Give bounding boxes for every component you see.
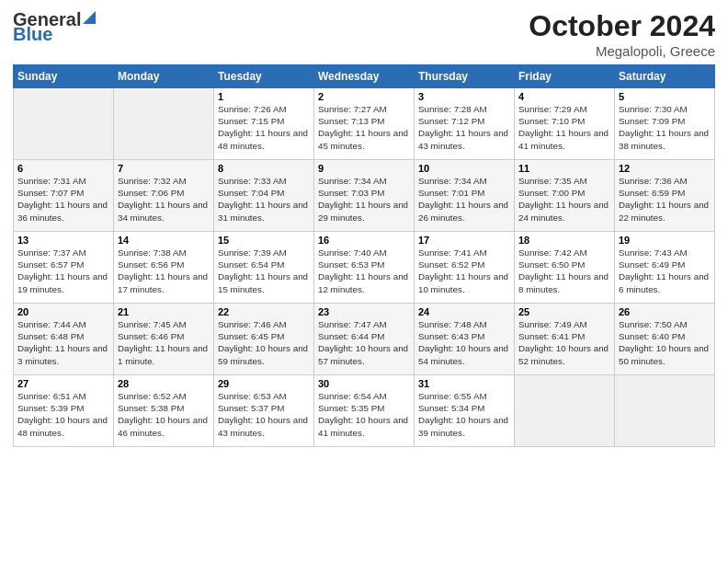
day-number: 1 — [218, 91, 310, 102]
day-number: 22 — [218, 306, 310, 317]
calendar-cell: 23Sunrise: 7:47 AM Sunset: 6:44 PM Dayli… — [314, 304, 415, 375]
calendar-cell: 12Sunrise: 7:36 AM Sunset: 6:59 PM Dayli… — [615, 160, 715, 232]
calendar-cell: 22Sunrise: 7:46 AM Sunset: 6:45 PM Dayli… — [214, 304, 314, 375]
calendar-cell: 2Sunrise: 7:27 AM Sunset: 7:13 PM Daylig… — [314, 88, 415, 160]
header-sunday: Sunday — [14, 65, 114, 88]
calendar-cell: 31Sunrise: 6:55 AM Sunset: 5:34 PM Dayli… — [415, 375, 515, 447]
day-info: Sunrise: 7:28 AM Sunset: 7:12 PM Dayligh… — [418, 103, 510, 152]
calendar-week-row: 1Sunrise: 7:26 AM Sunset: 7:15 PM Daylig… — [14, 88, 715, 160]
day-info: Sunrise: 7:30 AM Sunset: 7:09 PM Dayligh… — [619, 103, 711, 152]
day-number: 27 — [17, 378, 109, 389]
calendar-cell: 14Sunrise: 7:38 AM Sunset: 6:56 PM Dayli… — [114, 232, 214, 304]
day-info: Sunrise: 6:55 AM Sunset: 5:34 PM Dayligh… — [418, 390, 510, 439]
day-number: 30 — [318, 378, 410, 389]
calendar-week-row: 20Sunrise: 7:44 AM Sunset: 6:48 PM Dayli… — [14, 304, 715, 375]
calendar-cell — [14, 88, 114, 160]
day-info: Sunrise: 7:34 AM Sunset: 7:01 PM Dayligh… — [418, 175, 510, 224]
header-thursday: Thursday — [415, 65, 515, 88]
day-number: 29 — [218, 378, 310, 389]
day-number: 2 — [318, 91, 410, 102]
calendar-cell — [114, 88, 214, 160]
calendar-cell: 7Sunrise: 7:32 AM Sunset: 7:06 PM Daylig… — [114, 160, 214, 232]
day-info: Sunrise: 7:42 AM Sunset: 6:50 PM Dayligh… — [518, 247, 610, 295]
day-info: Sunrise: 7:38 AM Sunset: 6:56 PM Dayligh… — [118, 247, 210, 295]
day-info: Sunrise: 7:43 AM Sunset: 6:49 PM Dayligh… — [619, 247, 711, 295]
day-number: 26 — [619, 306, 711, 317]
day-number: 25 — [518, 306, 610, 317]
calendar-cell: 29Sunrise: 6:53 AM Sunset: 5:37 PM Dayli… — [214, 375, 314, 447]
day-number: 31 — [418, 378, 510, 389]
calendar-cell: 18Sunrise: 7:42 AM Sunset: 6:50 PM Dayli… — [515, 232, 615, 304]
header-friday: Friday — [515, 65, 615, 88]
day-number: 5 — [619, 91, 711, 102]
svg-marker-0 — [83, 11, 96, 24]
day-info: Sunrise: 7:35 AM Sunset: 7:00 PM Dayligh… — [518, 175, 610, 224]
header-wednesday: Wednesday — [314, 65, 415, 88]
day-number: 19 — [619, 235, 711, 246]
weekday-header-row: Sunday Monday Tuesday Wednesday Thursday… — [14, 65, 715, 88]
calendar-cell: 13Sunrise: 7:37 AM Sunset: 6:57 PM Dayli… — [14, 232, 114, 304]
day-number: 20 — [17, 306, 109, 317]
calendar-cell: 8Sunrise: 7:33 AM Sunset: 7:04 PM Daylig… — [214, 160, 314, 232]
day-number: 9 — [318, 163, 410, 174]
calendar-cell — [515, 375, 615, 447]
calendar-cell: 16Sunrise: 7:40 AM Sunset: 6:53 PM Dayli… — [314, 232, 415, 304]
calendar-cell: 3Sunrise: 7:28 AM Sunset: 7:12 PM Daylig… — [415, 88, 515, 160]
day-info: Sunrise: 7:32 AM Sunset: 7:06 PM Dayligh… — [118, 175, 210, 224]
logo-arrow — [83, 9, 96, 27]
calendar-cell: 5Sunrise: 7:30 AM Sunset: 7:09 PM Daylig… — [615, 88, 715, 160]
calendar-location: Megalopoli, Greece — [529, 43, 715, 59]
day-number: 8 — [218, 163, 310, 174]
calendar-cell: 25Sunrise: 7:49 AM Sunset: 6:41 PM Dayli… — [515, 304, 615, 375]
day-number: 14 — [118, 235, 210, 246]
calendar-cell: 6Sunrise: 7:31 AM Sunset: 7:07 PM Daylig… — [14, 160, 114, 232]
calendar-cell: 27Sunrise: 6:51 AM Sunset: 5:39 PM Dayli… — [14, 375, 114, 447]
calendar-header: Sunday Monday Tuesday Wednesday Thursday… — [14, 65, 715, 88]
day-info: Sunrise: 7:39 AM Sunset: 6:54 PM Dayligh… — [218, 247, 310, 295]
calendar-table: Sunday Monday Tuesday Wednesday Thursday… — [13, 64, 715, 447]
day-number: 13 — [17, 235, 109, 246]
day-number: 10 — [418, 163, 510, 174]
calendar-cell: 24Sunrise: 7:48 AM Sunset: 6:43 PM Dayli… — [415, 304, 515, 375]
day-info: Sunrise: 6:51 AM Sunset: 5:39 PM Dayligh… — [17, 390, 109, 439]
calendar-cell: 4Sunrise: 7:29 AM Sunset: 7:10 PM Daylig… — [515, 88, 615, 160]
day-number: 23 — [318, 306, 410, 317]
day-info: Sunrise: 7:48 AM Sunset: 6:43 PM Dayligh… — [418, 318, 510, 367]
day-number: 18 — [518, 235, 610, 246]
logo-blue: Blue — [13, 25, 52, 43]
calendar-cell: 17Sunrise: 7:41 AM Sunset: 6:52 PM Dayli… — [415, 232, 515, 304]
day-info: Sunrise: 7:47 AM Sunset: 6:44 PM Dayligh… — [318, 318, 410, 367]
day-number: 7 — [118, 163, 210, 174]
day-number: 17 — [418, 235, 510, 246]
calendar-cell: 30Sunrise: 6:54 AM Sunset: 5:35 PM Dayli… — [314, 375, 415, 447]
logo: General Blue — [13, 9, 96, 43]
day-number: 24 — [418, 306, 510, 317]
day-number: 15 — [218, 235, 310, 246]
day-info: Sunrise: 7:36 AM Sunset: 6:59 PM Dayligh… — [619, 175, 711, 224]
day-info: Sunrise: 7:37 AM Sunset: 6:57 PM Dayligh… — [17, 247, 109, 295]
day-number: 12 — [619, 163, 711, 174]
header-saturday: Saturday — [615, 65, 715, 88]
calendar-week-row: 27Sunrise: 6:51 AM Sunset: 5:39 PM Dayli… — [14, 375, 715, 447]
day-number: 3 — [418, 91, 510, 102]
page-container: General Blue October 2024 Megalopoli, Gr… — [0, 0, 728, 454]
day-number: 4 — [518, 91, 610, 102]
calendar-body: 1Sunrise: 7:26 AM Sunset: 7:15 PM Daylig… — [14, 88, 715, 447]
day-info: Sunrise: 7:40 AM Sunset: 6:53 PM Dayligh… — [318, 247, 410, 295]
day-number: 16 — [318, 235, 410, 246]
calendar-cell: 21Sunrise: 7:45 AM Sunset: 6:46 PM Dayli… — [114, 304, 214, 375]
calendar-title: October 2024 — [529, 9, 715, 43]
day-info: Sunrise: 7:45 AM Sunset: 6:46 PM Dayligh… — [118, 318, 210, 367]
day-info: Sunrise: 7:26 AM Sunset: 7:15 PM Dayligh… — [218, 103, 310, 152]
day-info: Sunrise: 6:52 AM Sunset: 5:38 PM Dayligh… — [118, 390, 210, 439]
header: General Blue October 2024 Megalopoli, Gr… — [13, 9, 715, 59]
day-info: Sunrise: 6:54 AM Sunset: 5:35 PM Dayligh… — [318, 390, 410, 439]
calendar-cell: 20Sunrise: 7:44 AM Sunset: 6:48 PM Dayli… — [14, 304, 114, 375]
day-info: Sunrise: 7:49 AM Sunset: 6:41 PM Dayligh… — [518, 318, 610, 367]
day-info: Sunrise: 7:50 AM Sunset: 6:40 PM Dayligh… — [619, 318, 711, 367]
day-number: 11 — [518, 163, 610, 174]
calendar-cell: 19Sunrise: 7:43 AM Sunset: 6:49 PM Dayli… — [615, 232, 715, 304]
day-info: Sunrise: 7:27 AM Sunset: 7:13 PM Dayligh… — [318, 103, 410, 152]
day-number: 21 — [118, 306, 210, 317]
calendar-week-row: 6Sunrise: 7:31 AM Sunset: 7:07 PM Daylig… — [14, 160, 715, 232]
